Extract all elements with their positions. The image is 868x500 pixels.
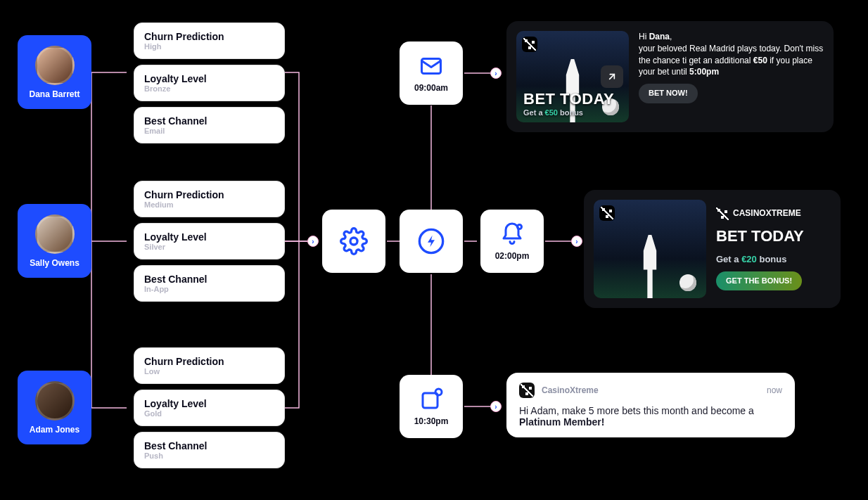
push-channel-node[interactable]: 10:30pm <box>400 375 463 438</box>
promo-headline: BET TODAY <box>523 90 622 108</box>
avatar <box>35 381 75 421</box>
bell-icon <box>499 222 525 247</box>
svg-line-7 <box>610 75 615 79</box>
attr-value: High <box>144 42 274 51</box>
attr-title: Loyalty Level <box>144 398 274 409</box>
svg-rect-5 <box>423 393 438 408</box>
attr-pill: Churn Prediction Low <box>134 347 285 384</box>
brand-icon <box>522 37 537 52</box>
channel-time: 09:00am <box>414 83 448 93</box>
inapp-preview-card: CASINOXTREME BET TODAY Get a €20 bonus G… <box>584 190 841 308</box>
brand-label: CASINOXTREME <box>716 207 804 220</box>
attr-pill: Loyalty Level Gold <box>134 390 285 426</box>
open-external-button[interactable] <box>601 65 623 88</box>
svg-marker-2 <box>428 236 435 248</box>
user-card-adam[interactable]: Adam Jones <box>18 371 91 444</box>
attr-title: Churn Prediction <box>144 189 274 200</box>
arrow-up-right-icon <box>606 71 618 82</box>
attr-pill: Best Channel In-App <box>134 265 285 302</box>
push-text: Hi Adam, make 5 more bets this month and… <box>519 405 782 428</box>
attr-pill: Churn Prediction Medium <box>134 181 285 217</box>
user-card-sally[interactable]: Sally Owens <box>18 204 91 278</box>
svg-point-4 <box>518 225 522 229</box>
email-preview-card: BET TODAY Get a €50 bonus Hi Dana, your … <box>506 21 834 132</box>
app-icon <box>519 383 535 398</box>
promo-subhead: Get a €50 bonus <box>523 108 622 117</box>
attr-value: Silver <box>144 243 274 251</box>
avatar <box>35 46 75 85</box>
channel-time: 02:00pm <box>495 251 530 261</box>
attr-value: Medium <box>144 200 274 209</box>
attr-value: Bronze <box>144 84 274 93</box>
bet-now-button[interactable]: BET NOW! <box>639 84 698 103</box>
attr-title: Best Channel <box>144 115 274 127</box>
attr-pill: Best Channel Push <box>134 432 285 468</box>
attr-title: Loyalty Level <box>144 231 274 243</box>
attr-title: Loyalty Level <box>144 73 274 84</box>
promo-image <box>594 200 706 298</box>
user-name: Dana Barrett <box>29 89 79 99</box>
inapp-channel-node[interactable]: 02:00pm <box>480 210 544 273</box>
settings-node[interactable] <box>322 210 385 273</box>
promo-body-text: Hi Dana, your beloved Real Madrid plays … <box>639 31 824 78</box>
promo-headline: BET TODAY <box>716 226 804 248</box>
attr-value: Email <box>144 127 274 135</box>
channel-time: 10:30pm <box>414 416 449 426</box>
attr-pill: Churn Prediction High <box>134 23 285 59</box>
svg-point-6 <box>435 389 442 395</box>
attr-value: Gold <box>144 409 274 418</box>
email-channel-node[interactable]: 09:00am <box>400 41 463 105</box>
push-preview-card: CasinoXtreme now Hi Adam, make 5 more be… <box>506 373 795 437</box>
get-bonus-button[interactable]: GET THE BONUS! <box>716 271 802 290</box>
bolt-icon <box>417 227 445 255</box>
promo-subhead: Get a €20 bonus <box>716 253 804 266</box>
attr-pill: Loyalty Level Bronze <box>134 65 285 101</box>
attr-value: Push <box>144 451 274 460</box>
attr-pill: Loyalty Level Silver <box>134 223 285 259</box>
attr-value: Low <box>144 367 274 376</box>
attr-value: In-App <box>144 285 274 293</box>
avatar <box>35 214 75 254</box>
push-icon <box>419 387 444 412</box>
attr-title: Churn Prediction <box>144 31 274 42</box>
attr-title: Best Channel <box>144 274 274 285</box>
user-card-dana[interactable]: Dana Barrett <box>18 35 91 109</box>
promo-image: BET TODAY Get a €50 bonus <box>516 31 629 122</box>
brand-icon <box>599 205 615 221</box>
attr-pill: Best Channel Email <box>134 107 285 143</box>
user-name: Sally Owens <box>30 258 79 268</box>
attr-title: Churn Prediction <box>144 356 274 367</box>
mail-icon <box>419 53 444 79</box>
user-name: Adam Jones <box>30 425 79 435</box>
gear-icon <box>340 227 368 255</box>
push-when: now <box>767 385 782 395</box>
push-from: CasinoXtreme <box>542 385 760 395</box>
trigger-node[interactable] <box>400 210 463 273</box>
svg-point-0 <box>350 238 357 245</box>
attr-title: Best Channel <box>144 440 274 451</box>
